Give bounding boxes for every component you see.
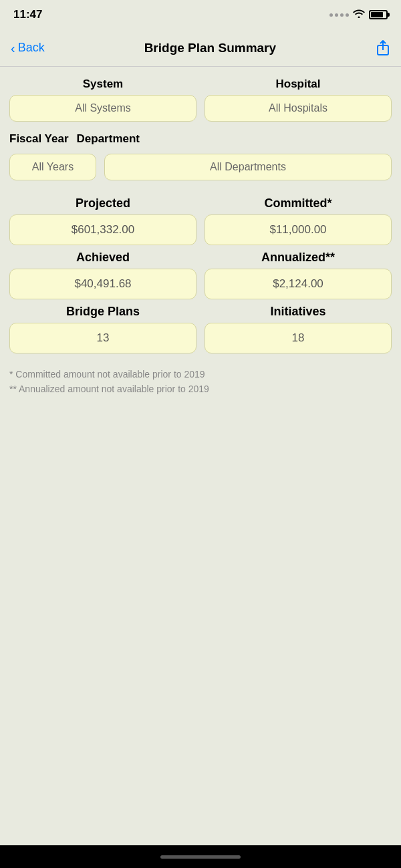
annualized-col: Annualized** $2,124.00 bbox=[205, 251, 392, 299]
achieved-annualized-row: Achieved $40,491.68 Annualized** $2,124.… bbox=[9, 251, 392, 299]
fiscal-dept-labels-row: Fiscal Year Department bbox=[9, 132, 392, 150]
fiscal-year-col: All Years bbox=[9, 154, 96, 180]
fiscal-dept-inputs-row: All Years All Departments bbox=[9, 154, 392, 180]
main-content: System All Systems Hospital All Hospital… bbox=[0, 67, 401, 845]
bridge-plans-initiatives-row: Bridge Plans 13 Initiatives 18 bbox=[9, 305, 392, 353]
system-hospital-section: System All Systems Hospital All Hospital… bbox=[9, 78, 392, 126]
fiscal-dept-section: Fiscal Year Department All Years All Dep… bbox=[9, 132, 392, 184]
signal-icon bbox=[329, 13, 349, 17]
page-title: Bridge Plan Summary bbox=[45, 41, 376, 55]
footnotes: * Committed amount not available prior t… bbox=[9, 367, 392, 397]
annualized-value: $2,124.00 bbox=[205, 269, 392, 299]
fiscal-year-label-col: Fiscal Year bbox=[9, 132, 69, 150]
status-bar: 11:47 bbox=[0, 0, 401, 29]
system-label: System bbox=[9, 78, 196, 91]
achieved-label: Achieved bbox=[76, 251, 130, 265]
status-icons bbox=[329, 9, 388, 21]
hospital-selector[interactable]: All Hospitals bbox=[205, 95, 392, 122]
achieved-col: Achieved $40,491.68 bbox=[9, 251, 196, 299]
hospital-label: Hospital bbox=[205, 78, 392, 91]
fiscal-year-label: Fiscal Year bbox=[9, 132, 69, 146]
footnote-annualized: ** Annualized amount not available prior… bbox=[9, 382, 392, 396]
committed-label: Committed* bbox=[264, 196, 331, 210]
wifi-icon bbox=[353, 9, 365, 21]
bridge-plans-label: Bridge Plans bbox=[66, 305, 140, 319]
bridge-plans-col: Bridge Plans 13 bbox=[9, 305, 196, 353]
share-button[interactable] bbox=[376, 39, 390, 57]
bottom-bar bbox=[0, 845, 401, 868]
committed-col: Committed* $11,000.00 bbox=[205, 196, 392, 245]
department-label-col: Department bbox=[77, 132, 392, 150]
projected-value: $601,332.00 bbox=[9, 214, 196, 245]
system-selector[interactable]: All Systems bbox=[9, 95, 196, 122]
annualized-label: Annualized** bbox=[261, 251, 335, 265]
bridge-plans-value: 13 bbox=[9, 323, 196, 353]
department-selector[interactable]: All Departments bbox=[104, 154, 392, 180]
nav-bar: ‹ Back Bridge Plan Summary bbox=[0, 29, 401, 67]
system-col: System All Systems bbox=[9, 78, 196, 122]
committed-value: $11,000.00 bbox=[205, 214, 392, 245]
battery-icon bbox=[369, 10, 388, 19]
metrics-section: Projected $601,332.00 Committed* $11,000… bbox=[9, 196, 392, 359]
system-hospital-row: System All Systems Hospital All Hospital… bbox=[9, 78, 392, 122]
fiscal-year-selector[interactable]: All Years bbox=[9, 154, 96, 180]
projected-col: Projected $601,332.00 bbox=[9, 196, 196, 245]
footnote-committed: * Committed amount not available prior t… bbox=[9, 367, 392, 382]
back-chevron-icon: ‹ bbox=[11, 41, 15, 55]
initiatives-col: Initiatives 18 bbox=[205, 305, 392, 353]
projected-committed-row: Projected $601,332.00 Committed* $11,000… bbox=[9, 196, 392, 245]
initiatives-label: Initiatives bbox=[270, 305, 325, 319]
status-time: 11:47 bbox=[13, 8, 42, 21]
achieved-value: $40,491.68 bbox=[9, 269, 196, 299]
department-col: All Departments bbox=[104, 154, 392, 180]
department-label: Department bbox=[77, 132, 392, 146]
hospital-col: Hospital All Hospitals bbox=[205, 78, 392, 122]
back-label: Back bbox=[18, 41, 45, 55]
back-button[interactable]: ‹ Back bbox=[11, 41, 45, 55]
home-indicator bbox=[160, 855, 241, 859]
initiatives-value: 18 bbox=[205, 323, 392, 353]
projected-label: Projected bbox=[76, 196, 130, 210]
